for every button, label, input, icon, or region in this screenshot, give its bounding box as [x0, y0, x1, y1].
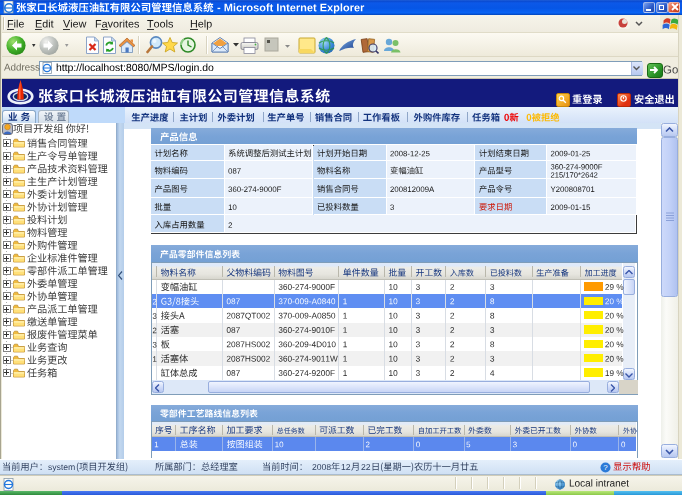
svg-text:?: ?: [603, 463, 608, 472]
